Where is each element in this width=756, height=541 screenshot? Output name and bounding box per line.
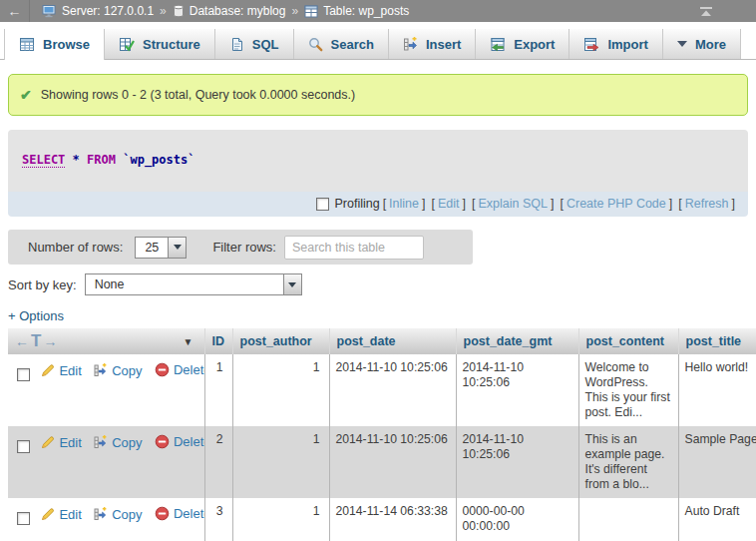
cell-post-content bbox=[578, 498, 678, 541]
row-edit-link[interactable]: Edit bbox=[41, 363, 81, 378]
export-icon bbox=[490, 37, 506, 52]
sql-query-text: SELECT * FROM `wp_posts` bbox=[8, 130, 748, 192]
cell-id: 1 bbox=[204, 354, 232, 426]
row-delete-link[interactable]: Delete bbox=[155, 434, 204, 449]
select-dropdown-button[interactable] bbox=[168, 238, 186, 258]
tab-browse[interactable]: Browse bbox=[4, 29, 105, 60]
row-copy-link[interactable]: Copy bbox=[94, 435, 142, 450]
tab-more[interactable]: More bbox=[663, 29, 741, 59]
refresh-link[interactable]: Refresh bbox=[685, 197, 729, 211]
chevron-down-icon bbox=[174, 245, 182, 250]
explain-sql-link[interactable]: Explain SQL bbox=[478, 197, 547, 211]
browse-icon bbox=[19, 37, 35, 52]
pencil-icon bbox=[41, 507, 55, 521]
chevron-down-icon bbox=[677, 41, 687, 47]
filter-rows-label: Filter rows: bbox=[212, 240, 276, 255]
copy-row-icon bbox=[94, 507, 108, 521]
structure-icon bbox=[119, 37, 135, 52]
breadcrumb-separator: » bbox=[160, 4, 167, 18]
breadcrumb-table-label: Table: wp_posts bbox=[323, 4, 409, 18]
table-row: Edit Copy Delete 1 1 2014-11-10 10:25:06… bbox=[8, 354, 756, 426]
bracket: ] bbox=[732, 197, 735, 211]
tab-search[interactable]: Search bbox=[294, 29, 389, 59]
create-php-code-link[interactable]: Create PHP Code bbox=[567, 197, 666, 211]
tab-sql[interactable]: SQL bbox=[215, 29, 294, 59]
cell-post-content: Welcome to WordPress. This is your first… bbox=[578, 354, 678, 426]
cell-post-title: Hello world! bbox=[678, 354, 756, 426]
column-header-post-title[interactable]: post_title bbox=[678, 328, 756, 354]
row-delete-label: Delete bbox=[174, 506, 204, 521]
filter-rows-input[interactable] bbox=[284, 236, 424, 260]
collapse-console-icon[interactable] bbox=[698, 5, 714, 18]
column-header-post-date[interactable]: post_date bbox=[329, 328, 456, 354]
tab-insert[interactable]: Insert bbox=[389, 29, 476, 59]
column-header-id[interactable]: ID bbox=[204, 328, 232, 354]
copy-row-icon bbox=[94, 363, 108, 377]
column-header-post-date-gmt[interactable]: post_date_gmt bbox=[456, 328, 578, 354]
breadcrumb-separator: » bbox=[291, 4, 298, 18]
sql-star: * bbox=[73, 153, 80, 167]
nav-tee-icon[interactable]: T bbox=[31, 331, 41, 351]
column-header-post-content[interactable]: post_content bbox=[578, 328, 678, 354]
tab-import-label: Import bbox=[607, 37, 647, 52]
row-select-checkbox[interactable] bbox=[17, 368, 30, 381]
sql-links-bar: Profiling [ Inline ] [ Edit ] [ Explain … bbox=[8, 192, 748, 217]
pencil-icon bbox=[41, 435, 55, 449]
row-copy-label: Copy bbox=[112, 435, 142, 450]
search-icon bbox=[308, 37, 323, 52]
tab-search-label: Search bbox=[331, 37, 374, 52]
insert-icon bbox=[403, 37, 418, 52]
select-dropdown-button[interactable] bbox=[283, 274, 301, 294]
tab-browse-label: Browse bbox=[43, 37, 90, 52]
breadcrumb-database[interactable]: Database: myblog bbox=[173, 4, 286, 18]
number-of-rows-value: 25 bbox=[136, 238, 168, 258]
options-toggle-link[interactable]: + Options bbox=[8, 308, 64, 323]
cell-post-author: 1 bbox=[232, 354, 329, 426]
tab-import[interactable]: Import bbox=[569, 29, 662, 59]
cell-id: 2 bbox=[204, 426, 232, 498]
import-icon bbox=[583, 37, 599, 52]
copy-row-icon bbox=[94, 435, 108, 449]
row-select-checkbox[interactable] bbox=[17, 512, 30, 525]
tab-export[interactable]: Export bbox=[476, 29, 569, 59]
row-select-checkbox[interactable] bbox=[17, 440, 30, 453]
bracket: [ bbox=[472, 197, 475, 211]
row-delete-link[interactable]: Delete bbox=[155, 362, 204, 377]
column-header-post-author[interactable]: post_author bbox=[232, 328, 329, 354]
bracket: ] bbox=[551, 197, 554, 211]
sql-keyword-select: SELECT bbox=[22, 153, 65, 168]
bracket: ] bbox=[669, 197, 672, 211]
nav-right-arrow-icon[interactable]: → bbox=[43, 333, 57, 349]
actions-header-cell[interactable]: ← T → ▼ bbox=[8, 328, 204, 354]
pencil-icon bbox=[41, 363, 55, 377]
row-edit-link[interactable]: Edit bbox=[41, 507, 81, 522]
breadcrumb-table[interactable]: Table: wp_posts bbox=[304, 4, 409, 18]
tab-structure[interactable]: Structure bbox=[105, 29, 215, 59]
status-message-text: Showing rows 0 - 2 (3 total, Query took … bbox=[41, 88, 355, 102]
inline-link[interactable]: Inline bbox=[389, 197, 419, 211]
delete-icon bbox=[155, 434, 170, 449]
back-button[interactable]: ← bbox=[0, 0, 30, 22]
edit-link[interactable]: Edit bbox=[438, 197, 460, 211]
tab-structure-label: Structure bbox=[143, 37, 200, 52]
breadcrumb-server[interactable]: Server: 127.0.0.1 bbox=[42, 4, 154, 18]
nav-left-arrow-icon[interactable]: ← bbox=[15, 333, 29, 349]
row-copy-link[interactable]: Copy bbox=[94, 363, 142, 378]
sort-by-key-select[interactable]: None bbox=[85, 273, 302, 295]
cell-post-date-gmt: 2014-11-10 10:25:06 bbox=[456, 354, 578, 426]
breadcrumb-database-label: Database: myblog bbox=[189, 4, 286, 18]
cell-post-date-gmt: 0000-00-00 00:00:00 bbox=[456, 498, 578, 541]
cell-post-title: Auto Draft bbox=[678, 498, 756, 541]
row-copy-link[interactable]: Copy bbox=[94, 507, 142, 522]
header-dropdown-icon[interactable]: ▼ bbox=[184, 336, 193, 347]
cell-post-date: 2014-11-10 10:25:06 bbox=[329, 426, 456, 498]
number-of-rows-select[interactable]: 25 bbox=[135, 237, 187, 259]
profiling-checkbox[interactable] bbox=[316, 198, 329, 211]
bracket: [ bbox=[678, 197, 681, 211]
row-delete-link[interactable]: Delete bbox=[155, 506, 204, 521]
row-edit-link[interactable]: Edit bbox=[41, 435, 81, 450]
cell-post-date: 2014-11-14 06:33:38 bbox=[329, 498, 456, 541]
tab-more-label: More bbox=[695, 37, 726, 52]
sql-keyword-from: FROM bbox=[87, 153, 116, 167]
column-nav-controls: ← T → ▼ bbox=[15, 331, 197, 351]
